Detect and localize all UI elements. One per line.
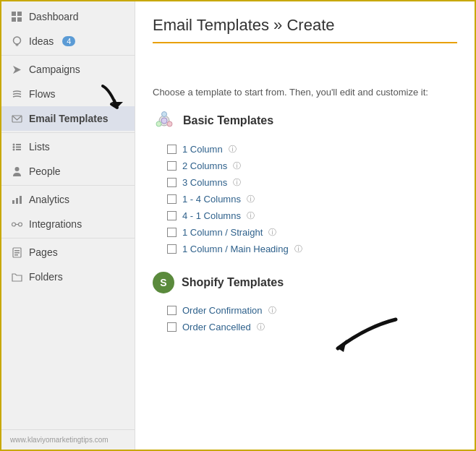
sidebar-section-campaigns: Campaigns Flows Email Templates [1,55,135,131]
template-item[interactable]: 1 Column / Main Heading ⓘ [153,241,457,257]
sidebar-item-email-templates[interactable]: Email Templates [1,106,135,131]
sidebar-label-people: People [29,166,61,177]
sidebar-item-lists[interactable]: Lists [1,134,135,159]
flows-icon [10,87,23,100]
template-checkbox-order-cancelled[interactable] [167,322,177,332]
template-item[interactable]: 2 Columns ⓘ [153,158,457,174]
svg-marker-32 [338,340,347,352]
svg-rect-17 [16,198,18,204]
sidebar-item-ideas[interactable]: Ideas 4 [1,29,135,53]
template-checkbox-3col[interactable] [167,178,177,187]
svg-rect-23 [14,250,20,252]
svg-marker-7 [13,66,21,74]
template-label-1col-mainheading[interactable]: 1 Column / Main Heading [182,244,289,254]
template-item[interactable]: 3 Columns ⓘ [153,174,457,191]
template-label-order-cancelled[interactable]: Order Cancelled [182,322,251,332]
template-info-4-1col[interactable]: ⓘ [247,210,255,221]
template-checkbox-order-confirm[interactable] [167,306,177,315]
template-info-1-4col[interactable]: ⓘ [247,194,255,205]
template-label-1col-straight[interactable]: 1 Column / Straight [182,227,263,238]
sidebar-label-lists: Lists [29,141,50,153]
template-checkbox-2col[interactable] [167,161,177,171]
sidebar-label-dashboard: Dashboard [29,11,79,22]
svg-point-20 [18,223,22,226]
template-item[interactable]: Order Cancelled ⓘ [153,319,457,335]
basic-templates-title: Basic Templates [183,114,273,127]
template-item[interactable]: 1 Column / Straight ⓘ [153,224,457,241]
template-info-3col[interactable]: ⓘ [233,177,241,188]
shopify-templates-section-header: S Shopify Templates [153,272,457,293]
svg-rect-24 [14,252,20,254]
svg-point-9 [12,143,14,145]
basic-templates-section-header: Basic Templates [153,109,457,132]
template-checkbox-1col-straight[interactable] [167,228,177,237]
ideas-badge: 4 [62,36,75,46]
sidebar-section-analytics: Analytics Integrations [1,185,135,236]
template-label-order-confirm[interactable]: Order Confirmation [182,305,263,316]
sidebar-item-campaigns[interactable]: Campaigns [1,57,135,82]
template-checkbox-1-4col[interactable] [167,194,177,204]
sidebar-item-analytics[interactable]: Analytics [1,187,135,212]
template-label-3col[interactable]: 3 Columns [182,177,227,188]
sidebar-item-people[interactable]: People [1,159,135,184]
template-label-1-4col[interactable]: 1 - 4 Columns [182,194,241,205]
template-checkbox-1col-mainheading[interactable] [167,244,177,254]
description: Choose a template to start from. Then, y… [153,87,457,98]
svg-rect-25 [14,254,18,256]
svg-point-4 [13,37,20,44]
svg-rect-14 [16,149,21,150]
svg-rect-18 [20,196,22,204]
sidebar-item-flows[interactable]: Flows [1,82,135,106]
template-checkbox-1col[interactable] [167,145,177,154]
sidebar-label-integrations: Integrations [29,218,82,230]
template-info-1col[interactable]: ⓘ [229,144,237,155]
template-label-2col[interactable]: 2 Columns [182,160,227,171]
svg-point-19 [12,223,15,226]
template-info-1col-straight[interactable]: ⓘ [268,227,276,238]
main-content: Email Templates » Create Choose a templa… [135,1,475,450]
sidebar-item-dashboard[interactable]: Dashboard [1,4,135,29]
svg-point-28 [162,112,167,117]
svg-point-15 [14,167,19,171]
template-info-order-cancelled[interactable]: ⓘ [257,322,265,332]
lists-icon [10,140,23,153]
template-info-1col-mainheading[interactable]: ⓘ [294,244,302,254]
sidebar-label-campaigns: Campaigns [29,64,80,75]
svg-rect-6 [16,45,18,46]
dashboard-icon [10,10,23,23]
basic-templates-icon [153,109,176,132]
template-checkbox-4-1col[interactable] [167,211,177,220]
template-info-order-confirm[interactable]: ⓘ [268,305,276,316]
analytics-icon [10,193,23,206]
svg-rect-3 [17,17,22,22]
basic-templates-list: 1 Column ⓘ 2 Columns ⓘ 3 Columns ⓘ 1 - 4… [153,141,457,257]
sidebar: Dashboard Ideas 4 Campaigns Flows [1,1,135,450]
sidebar-item-pages[interactable]: Pages [1,240,135,265]
template-item[interactable]: 1 Column ⓘ [153,141,457,158]
shopify-templates-list: Order Confirmation ⓘ Order Cancelled ⓘ [153,302,457,335]
pages-icon [10,246,23,259]
template-item[interactable]: 4 - 1 Columns ⓘ [153,207,457,224]
sidebar-label-email-templates: Email Templates [29,113,108,124]
sidebar-item-integrations[interactable]: Integrations [1,212,135,236]
folders-icon [10,270,23,283]
sidebar-label-pages: Pages [29,246,58,258]
svg-rect-0 [12,12,16,16]
sidebar-section-pages: Pages Folders [1,238,135,289]
sidebar-label-flows: Flows [29,88,56,100]
template-label-1col[interactable]: 1 Column [182,144,223,155]
email-templates-icon [10,112,23,125]
shopify-templates-icon: S [153,272,174,293]
page-title: Email Templates » Create [153,16,457,43]
integrations-icon [10,218,23,231]
campaigns-icon [10,63,23,76]
svg-point-29 [167,121,172,126]
template-info-2col[interactable]: ⓘ [233,160,241,171]
svg-rect-13 [16,146,21,147]
template-item[interactable]: 1 - 4 Columns ⓘ [153,191,457,207]
svg-rect-2 [12,17,16,22]
template-item[interactable]: Order Confirmation ⓘ [153,302,457,319]
template-label-4-1col[interactable]: 4 - 1 Columns [182,210,241,221]
sidebar-item-folders[interactable]: Folders [1,265,135,289]
svg-point-30 [156,121,161,126]
